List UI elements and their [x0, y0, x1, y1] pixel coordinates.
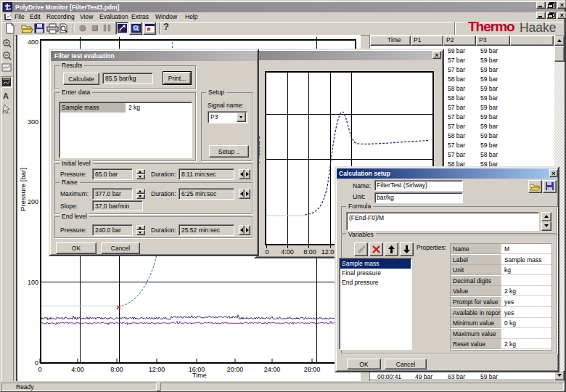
svg-text:Pressure [bar]: Pressure [bar] [19, 168, 27, 211]
svg-text:12:00: 12:00 [149, 366, 165, 373]
svg-text:100: 100 [28, 279, 38, 286]
svg-text:0: 0 [38, 366, 41, 373]
svg-text:4:00: 4:00 [71, 366, 84, 373]
svg-text:24:00: 24:00 [264, 366, 281, 373]
svg-text:28:00: 28:00 [304, 366, 321, 373]
svg-text:8:00: 8:00 [303, 248, 316, 256]
svg-text:4:00: 4:00 [281, 248, 294, 256]
svg-text:20:00: 20:00 [227, 366, 244, 373]
svg-text:0: 0 [265, 248, 268, 256]
svg-text:Time: Time [192, 372, 207, 379]
svg-text:200: 200 [28, 198, 38, 205]
svg-text:400: 400 [28, 38, 38, 46]
svg-text:A: A [3, 91, 9, 100]
svg-text:8:00: 8:00 [110, 366, 123, 373]
svg-text:300: 300 [28, 118, 38, 126]
